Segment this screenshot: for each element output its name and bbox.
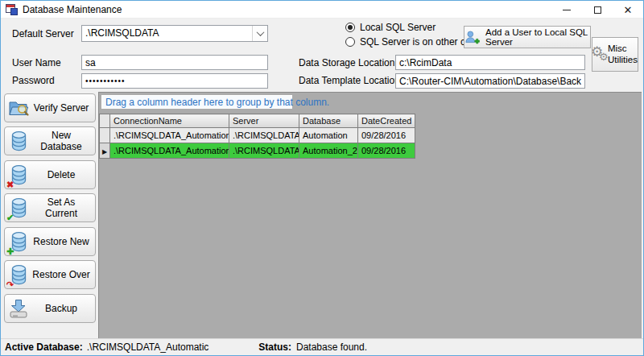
group-by-hint[interactable]: Drag a column header here to group by th… (101, 95, 292, 109)
green-plus-icon: ✚ (6, 247, 14, 256)
row-selector-cell[interactable]: ▶ (100, 143, 110, 159)
database-grid: Drag a column header here to group by th… (98, 92, 642, 338)
status-bar: Active Database: .\RCIMSQLDATA_Automatic… (1, 338, 643, 354)
set-as-current-label: Set As Current (32, 197, 95, 219)
table-cell[interactable]: 09/28/2016 (358, 143, 415, 159)
add-user-button-label: Add a User to Local SQL Server (485, 27, 590, 47)
table-row[interactable]: .\RCIMSQLDATA_Automation .\RCIMSQLDATA A… (100, 128, 415, 143)
restore-new-button[interactable]: ✚ Restore New (4, 227, 96, 256)
verify-server-button[interactable]: Verify Server (4, 93, 96, 122)
red-x-icon: ✖ (6, 180, 14, 189)
row-selector-header (100, 114, 110, 128)
table-cell[interactable]: Automation (299, 128, 358, 143)
table-header-row: ConnectionName Server Database DateCreat… (100, 114, 415, 128)
red-curved-arrow-icon: ↷ (6, 280, 14, 289)
default-server-label: Default Server (12, 28, 74, 39)
close-icon: ✕ (624, 5, 633, 15)
table-cell[interactable]: .\RCIMSQLDATA (229, 143, 299, 159)
active-database-label: Active Database: (5, 342, 83, 353)
data-template-location-label: Data Template Location (299, 75, 400, 86)
data-storage-location-label: Data Storage Location (299, 57, 394, 68)
user-name-label: User Name (12, 57, 61, 68)
table-cell[interactable]: Automation_2017 (299, 143, 358, 159)
close-button[interactable]: ✕ (613, 1, 643, 19)
radio-local-label: Local SQL Server (360, 22, 436, 33)
set-as-current-button[interactable]: ✔ Set As Current (4, 193, 96, 222)
table-cell[interactable]: .\RCIMSQLDATA_Automation (110, 128, 229, 143)
row-selector-cell[interactable] (100, 128, 110, 143)
add-user-button[interactable]: Add a User to Local SQL Server (464, 26, 591, 48)
delete-label: Delete (32, 169, 95, 180)
backup-label: Backup (32, 303, 95, 314)
status-value: Database found. (296, 342, 367, 353)
database-icon (5, 130, 32, 152)
current-row-arrow-icon: ▶ (102, 148, 107, 155)
restore-over-label: Restore Over (32, 269, 95, 280)
misc-utilities-label: Misc Utilities (608, 43, 638, 64)
user-name-input[interactable] (81, 55, 268, 70)
database-check-icon: ✔ (5, 197, 32, 219)
misc-utilities-button[interactable]: ⚙⚙ Misc Utilities (592, 37, 638, 72)
column-header-connectionname[interactable]: ConnectionName (110, 114, 229, 128)
column-header-server[interactable]: Server (229, 114, 299, 128)
database-restore-icon: ↷ (5, 264, 32, 286)
radio-selected-icon (345, 23, 355, 32)
password-input[interactable] (81, 73, 268, 89)
gears-icon: ⚙⚙ (592, 46, 602, 64)
connections-table: ConnectionName Server Database DateCreat… (99, 114, 415, 159)
default-server-combobox[interactable]: .\RCIMSQLDATA (81, 25, 268, 42)
chevron-down-icon (256, 28, 264, 36)
delete-button[interactable]: ✖ Delete (4, 160, 96, 189)
column-header-database[interactable]: Database (299, 114, 358, 128)
radio-local-sql-server[interactable]: Local SQL Server (345, 22, 436, 33)
verify-server-icon (5, 98, 32, 118)
active-database-value: .\RCIMSQLDATA_Automatic (87, 342, 209, 353)
table-cell[interactable]: .\RCIMSQLDATA_Automation_2017 (110, 143, 229, 159)
table-cell[interactable]: 09/28/2016 (358, 128, 415, 143)
maximize-button[interactable] (582, 1, 613, 19)
backup-drive-icon (5, 298, 32, 319)
new-database-label: New Database (32, 130, 95, 152)
window-title: Database Maintenance (23, 4, 122, 15)
window-controls: ✕ (551, 1, 643, 19)
data-storage-location-input[interactable] (395, 55, 585, 70)
add-user-icon (464, 28, 480, 46)
app-icon (6, 4, 18, 15)
verify-server-label: Verify Server (32, 102, 95, 114)
minimize-button[interactable] (551, 1, 582, 19)
maximize-icon (594, 6, 601, 14)
default-server-value: .\RCIMSQLDATA (82, 26, 252, 41)
database-delete-icon: ✖ (5, 164, 32, 186)
database-plus-icon: ✚ (5, 231, 32, 253)
password-label: Password (12, 75, 55, 86)
default-server-dropdown-button[interactable] (252, 26, 267, 41)
data-template-location-input[interactable] (395, 73, 585, 89)
minimize-icon (563, 10, 571, 10)
database-maintenance-window: Database Maintenance ✕ Default Server .\… (0, 0, 644, 356)
titlebar: Database Maintenance ✕ (1, 1, 643, 19)
green-check-icon: ✔ (6, 213, 14, 222)
table-row-selected[interactable]: ▶ .\RCIMSQLDATA_Automation_2017 .\RCIMSQ… (100, 143, 415, 159)
restore-new-label: Restore New (32, 236, 95, 247)
radio-unselected-icon (345, 37, 355, 47)
column-header-datecreated[interactable]: DateCreated (358, 114, 415, 128)
table-cell[interactable]: .\RCIMSQLDATA (229, 128, 299, 143)
backup-button[interactable]: Backup (4, 294, 96, 323)
new-database-button[interactable]: New Database (4, 126, 96, 155)
restore-over-button[interactable]: ↷ Restore Over (4, 260, 96, 289)
status-label: Status: (258, 342, 291, 353)
